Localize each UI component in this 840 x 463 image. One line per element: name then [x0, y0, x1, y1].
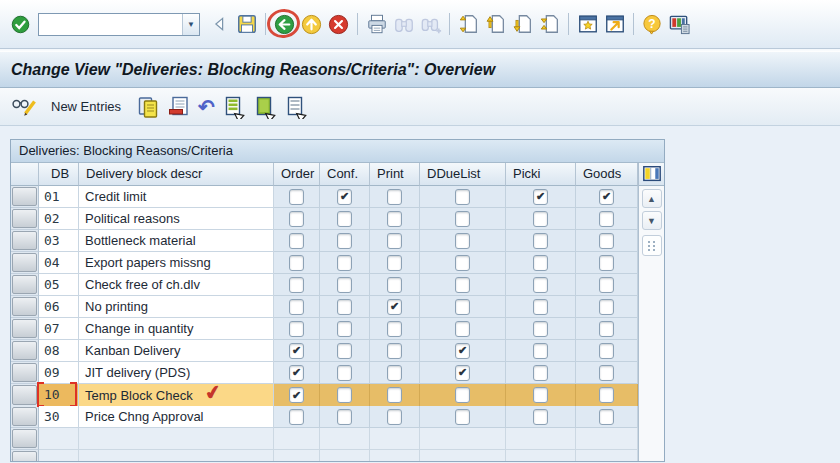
deselect-all-button[interactable] [282, 93, 310, 121]
checkbox-conf-08[interactable] [337, 343, 352, 359]
print-button[interactable] [363, 11, 390, 38]
row-selector-empty[interactable] [12, 451, 37, 462]
cell-descr-10[interactable]: Temp Block Check✔ [79, 384, 274, 407]
row-selector-05[interactable] [12, 275, 37, 294]
checkbox-picki-10[interactable] [533, 387, 548, 403]
checkbox-order-01[interactable] [289, 189, 304, 205]
copy-as-button[interactable] [134, 93, 162, 121]
column-header-order[interactable]: Order [274, 163, 320, 186]
checkbox-picki-09[interactable] [533, 365, 548, 381]
select-all-button[interactable] [220, 93, 248, 121]
cell-descr-08[interactable]: Kanban Delivery [79, 340, 274, 362]
column-header-picki[interactable]: Picki [506, 163, 576, 186]
cell-descr-06[interactable]: No printing [79, 296, 274, 318]
column-header-selector[interactable] [11, 163, 39, 186]
scroll-grip[interactable] [642, 235, 662, 256]
checkbox-picki-02[interactable] [533, 211, 548, 227]
checkbox-picki-30[interactable] [533, 409, 548, 425]
checkbox-order-07[interactable] [289, 321, 304, 337]
column-header-goods[interactable]: Goods [576, 163, 638, 186]
row-selector-01[interactable] [12, 187, 37, 206]
checkbox-conf-03[interactable] [337, 233, 352, 249]
cell-descr-07[interactable]: Change in quantity [79, 318, 274, 340]
first-page-button[interactable] [455, 11, 482, 38]
checkbox-goods-06[interactable] [599, 299, 614, 315]
checkbox-order-06[interactable] [289, 299, 304, 315]
row-selector-09[interactable] [12, 363, 37, 382]
checkbox-dduelist-05[interactable] [455, 277, 470, 293]
checkbox-goods-30[interactable] [599, 409, 614, 425]
undo-button[interactable]: ↶ [196, 93, 217, 121]
cell-db-01[interactable]: 01 [39, 186, 79, 208]
column-header-db[interactable]: DB [39, 163, 79, 186]
checkbox-order-08[interactable]: ✔ [289, 343, 304, 359]
checkbox-picki-07[interactable] [533, 321, 548, 337]
row-selector-07[interactable] [12, 319, 37, 338]
delete-button[interactable] [165, 93, 193, 121]
checkbox-conf-05[interactable] [337, 277, 352, 293]
checkbox-picki-04[interactable] [533, 255, 548, 271]
scroll-up-button[interactable]: ▲ [642, 189, 662, 208]
checkbox-print-09[interactable] [387, 365, 402, 381]
checkbox-dduelist-09[interactable]: ✔ [455, 365, 470, 381]
checkbox-goods-10[interactable] [599, 387, 614, 403]
checkbox-order-10[interactable]: ✔ [289, 387, 304, 403]
table-settings-button[interactable] [640, 164, 664, 184]
row-selector-04[interactable] [12, 253, 37, 272]
exit-button[interactable] [298, 11, 325, 38]
checkbox-order-02[interactable] [289, 211, 304, 227]
display-change-toggle-button[interactable] [9, 93, 40, 121]
page-down-button[interactable] [509, 11, 536, 38]
cell-db-09[interactable]: 09 [39, 362, 79, 384]
checkbox-conf-10[interactable] [337, 387, 352, 403]
checkbox-picki-08[interactable] [533, 343, 548, 359]
checkbox-conf-09[interactable] [337, 365, 352, 381]
row-selector-empty[interactable] [12, 429, 37, 448]
checkbox-goods-04[interactable] [599, 255, 614, 271]
checkbox-print-10[interactable] [387, 387, 402, 403]
checkbox-dduelist-08[interactable]: ✔ [455, 343, 470, 359]
checkbox-print-30[interactable] [387, 409, 402, 425]
command-field[interactable] [39, 14, 182, 35]
row-selector-30[interactable] [12, 407, 37, 426]
cell-db-07[interactable]: 07 [39, 318, 79, 340]
checkbox-goods-02[interactable] [599, 211, 614, 227]
checkbox-dduelist-02[interactable] [455, 211, 470, 227]
checkbox-goods-09[interactable] [599, 365, 614, 381]
checkbox-print-02[interactable] [387, 211, 402, 227]
cell-descr-05[interactable]: Check free of ch.dlv [79, 274, 274, 296]
row-selector-10[interactable] [12, 385, 37, 405]
checkbox-dduelist-06[interactable] [455, 299, 470, 315]
cell-descr-02[interactable]: Political reasons [79, 208, 274, 230]
toggle-command-field-button[interactable] [206, 11, 233, 38]
column-header-dduelist[interactable]: DDueList [420, 163, 506, 186]
row-selector-06[interactable] [12, 297, 37, 316]
cell-descr-30[interactable]: Price Chng Approval [79, 406, 274, 428]
command-dropdown-button[interactable]: ▼ [182, 14, 199, 35]
cell-descr-09[interactable]: JIT delivery (PDS) [79, 362, 274, 384]
checkbox-order-30[interactable] [289, 409, 304, 425]
checkbox-print-03[interactable] [387, 233, 402, 249]
checkbox-order-03[interactable] [289, 233, 304, 249]
column-header-deliveryblockdescr[interactable]: Delivery block descr [79, 163, 274, 186]
cell-descr-03[interactable]: Bottleneck material [79, 230, 274, 252]
scroll-down-button[interactable]: ▼ [642, 211, 662, 230]
back-button[interactable] [271, 11, 298, 38]
page-up-button[interactable] [482, 11, 509, 38]
checkbox-order-04[interactable] [289, 255, 304, 271]
checkbox-order-05[interactable] [289, 277, 304, 293]
checkbox-dduelist-03[interactable] [455, 233, 470, 249]
checkbox-goods-05[interactable] [599, 277, 614, 293]
checkbox-dduelist-01[interactable] [455, 189, 470, 205]
select-block-button[interactable] [251, 93, 279, 121]
checkbox-conf-02[interactable] [337, 211, 352, 227]
checkbox-dduelist-10[interactable] [455, 387, 470, 403]
checkbox-print-04[interactable] [387, 255, 402, 271]
new-entries-button[interactable]: New Entries [43, 93, 131, 121]
checkbox-goods-01[interactable]: ✔ [599, 189, 614, 205]
checkbox-conf-04[interactable] [337, 255, 352, 271]
checkbox-dduelist-07[interactable] [455, 321, 470, 337]
cell-db-03[interactable]: 03 [39, 230, 79, 252]
last-page-button[interactable] [536, 11, 563, 38]
checkbox-print-05[interactable] [387, 277, 402, 293]
